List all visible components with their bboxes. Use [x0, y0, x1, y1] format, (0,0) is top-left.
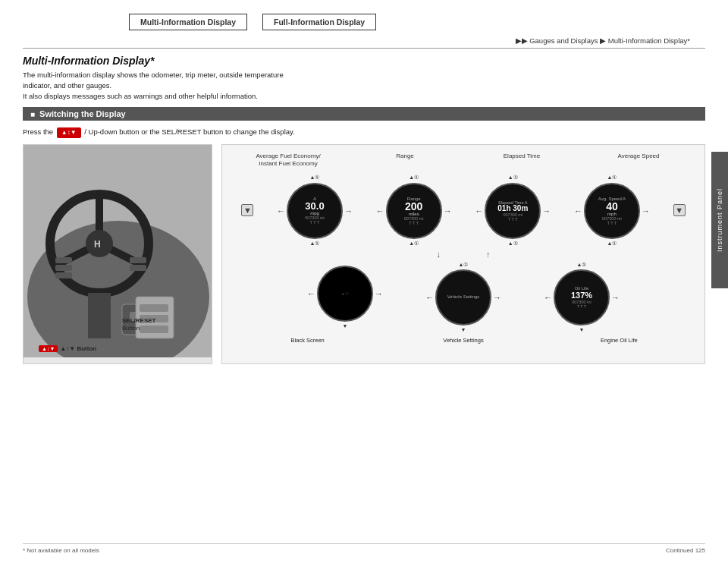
- page-container: Multi-Information Display Full-Informati…: [0, 0, 728, 563]
- screen-fuel-economy: ▲① ← A 30.0 mpg 007300 miT T T → ▲①: [277, 175, 353, 247]
- left-arrow-range[interactable]: ←: [376, 206, 384, 215]
- svg-rect-10: [55, 272, 72, 278]
- main-content: H SEL/RESET Button: [23, 144, 705, 364]
- screen-elapsed: ▲① ← Elapsed Time A 01h 30m 007300 miT T…: [475, 175, 551, 247]
- bottom-labels: Black Screen Vehicle Settings Engine Oil…: [230, 337, 697, 344]
- screen-black: ← ▲① → ▼: [307, 266, 383, 329]
- top-divider: [23, 48, 705, 49]
- section-title: Multi-Information Display*: [23, 55, 705, 67]
- car-image-area: H SEL/RESET Button: [23, 144, 212, 364]
- nav-down-arrow-top-right[interactable]: ▼: [673, 204, 686, 216]
- col-header-elapsed: Elapsed Time: [463, 153, 580, 168]
- left-arrow-oil[interactable]: ←: [544, 293, 552, 302]
- svg-rect-8: [55, 257, 72, 263]
- screen-range: ▲① ← Range 200 miles 007300 miT T T → ▲①: [376, 175, 452, 247]
- col-header-range: Range: [347, 153, 463, 168]
- fuel-economy-display: A 30.0 mpg 007300 miT T T: [287, 183, 343, 239]
- label-vehicle-settings: Vehicle Settings: [385, 337, 541, 344]
- screen-vehicle-settings: ▲① ← Vehicle Settings → ▼: [425, 262, 501, 332]
- footer-left: * Not available on all models: [23, 547, 99, 554]
- left-arrow-speed[interactable]: ←: [574, 206, 582, 215]
- left-arrow-fuel[interactable]: ←: [277, 206, 285, 215]
- fuel-screen-row: ← A 30.0 mpg 007300 miT T T →: [277, 183, 353, 239]
- svg-rect-12: [130, 265, 146, 271]
- svg-rect-11: [130, 257, 146, 263]
- sel-reset-label: SEL/RESET: [122, 317, 155, 324]
- up-down-button-icon: ▲↕▼: [57, 127, 81, 138]
- col-header-fuel: Average Fuel Economy/Instant Fuel Econom…: [230, 153, 347, 168]
- right-arrow-elapsed[interactable]: →: [542, 206, 551, 215]
- car-steering-svg: H: [24, 145, 212, 357]
- elapsed-screen-row: ← Elapsed Time A 01h 30m 007300 miT T T …: [475, 183, 551, 239]
- sidebar-label: Instrument Panel: [716, 188, 723, 252]
- screen-avg-speed: ▲① ← Avg. Speed A 40 mph 007300 miT T T …: [574, 175, 650, 247]
- right-arrow-vehicle[interactable]: →: [493, 293, 501, 302]
- svg-rect-19: [140, 326, 168, 333]
- svg-rect-17: [140, 304, 168, 312]
- right-arrow-range[interactable]: →: [444, 206, 452, 215]
- sel-reset-sub: Button: [122, 325, 140, 332]
- oil-screen-row: ← Oil Life 137% 007300 miT T T →: [544, 269, 620, 326]
- diagram-headers: Average Fuel Economy/Instant Fuel Econom…: [230, 153, 697, 168]
- svg-rect-9: [55, 265, 72, 271]
- left-arrow-elapsed[interactable]: ←: [475, 206, 483, 215]
- page-footer: * Not available on all models Continued …: [23, 543, 705, 554]
- label-black-screen: Black Screen: [230, 337, 385, 344]
- footer-right: Continued 125: [666, 547, 705, 554]
- vehicle-screen-row: ← Vehicle Settings →: [425, 269, 501, 326]
- oil-life-display: Oil Life 137% 007300 miT T T: [554, 269, 610, 326]
- top-nav: Multi-Information Display Full-Informati…: [129, 14, 705, 30]
- range-screen-row: ← Range 200 miles 007300 miT T T →: [376, 183, 452, 239]
- avg-speed-display: Avg. Speed A 40 mph 007300 miT T T: [584, 183, 640, 239]
- svg-text:H: H: [94, 239, 101, 250]
- btn-label-row: ▲↕▼ ▲↕▼ Button: [39, 345, 96, 352]
- instruction-text: Press the ▲↕▼ / Up-down button or the SE…: [23, 127, 705, 137]
- elapsed-display: Elapsed Time A 01h 30m 007300 miT T T: [485, 183, 541, 239]
- breadcrumb: ▶▶ Gauges and Displays ▶ Multi-Informati…: [23, 36, 690, 45]
- speed-screen-row: ← Avg. Speed A 40 mph 007300 miT T T →: [574, 183, 650, 239]
- range-display: Range 200 miles 007300 miT T T: [386, 183, 442, 239]
- black-screen-row: ← ▲① →: [307, 266, 383, 322]
- nav-box-multi[interactable]: Multi-Information Display: [129, 14, 247, 30]
- nav-box-full[interactable]: Full-Information Display: [262, 14, 376, 30]
- vehicle-settings-display: Vehicle Settings: [435, 269, 491, 326]
- col-header-speed: Average Speed: [580, 153, 697, 168]
- label-oil-life: Engine Oil Life: [541, 337, 697, 344]
- right-arrow-speed[interactable]: →: [642, 206, 650, 215]
- left-arrow-vehicle[interactable]: ←: [425, 293, 434, 302]
- right-arrow-black[interactable]: →: [375, 289, 383, 298]
- screen-oil-life: ▲① ← Oil Life 137% 007300 miT T T → ▼: [544, 262, 620, 332]
- black-screen-display: ▲①: [317, 266, 373, 322]
- right-sidebar-tab: Instrument Panel: [711, 152, 728, 288]
- right-arrow-fuel[interactable]: →: [344, 206, 353, 215]
- section-desc: The multi-information display shows the …: [23, 70, 705, 101]
- right-arrow-oil[interactable]: →: [611, 293, 620, 302]
- svg-rect-13: [88, 293, 111, 338]
- switch-heading: Switching the Display: [23, 107, 705, 121]
- nav-down-arrow-top-left[interactable]: ▼: [241, 204, 253, 216]
- diagram-area: Average Fuel Economy/Instant Fuel Econom…: [221, 144, 705, 364]
- left-arrow-black[interactable]: ←: [307, 289, 315, 298]
